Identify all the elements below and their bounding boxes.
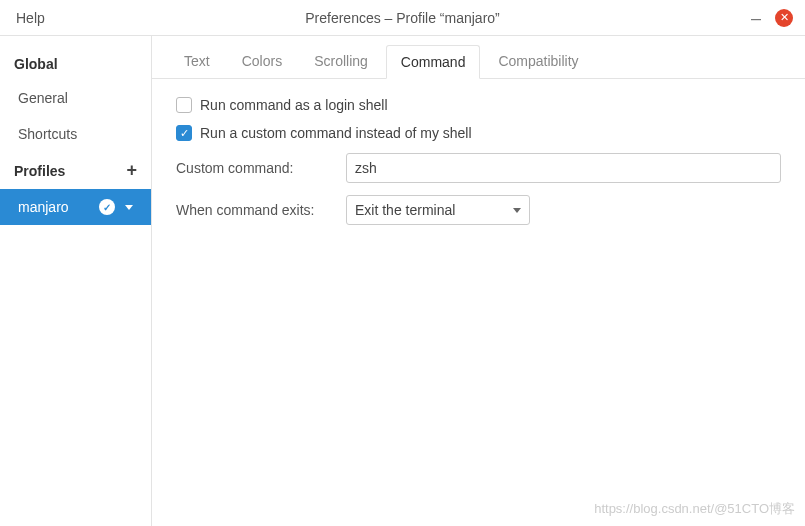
chevron-down-icon — [513, 208, 521, 213]
custom-command-row: Custom command: — [176, 153, 781, 183]
when-exits-row: When command exits: Exit the terminal — [176, 195, 781, 225]
sidebar: Global General Shortcuts Profiles + manj… — [0, 36, 152, 526]
add-profile-icon[interactable]: + — [126, 160, 137, 181]
tab-command[interactable]: Command — [386, 45, 481, 79]
custom-command-checkbox-row: ✓ Run a custom command instead of my she… — [176, 125, 781, 141]
tab-compatibility[interactable]: Compatibility — [484, 45, 592, 79]
custom-command-checkbox[interactable]: ✓ — [176, 125, 192, 141]
sidebar-item-label: manjaro — [18, 199, 69, 215]
tabs: Text Colors Scrolling Command Compatibil… — [152, 44, 805, 79]
window-controls: – ✕ — [751, 9, 805, 27]
titlebar: Help Preferences – Profile “manjaro” – ✕ — [0, 0, 805, 36]
body: Global General Shortcuts Profiles + manj… — [0, 36, 805, 526]
window-title: Preferences – Profile “manjaro” — [0, 10, 805, 26]
when-exits-select[interactable]: Exit the terminal — [346, 195, 530, 225]
custom-command-checkbox-label: Run a custom command instead of my shell — [200, 125, 472, 141]
sidebar-item-shortcuts[interactable]: Shortcuts — [0, 116, 151, 152]
close-icon[interactable]: ✕ — [775, 9, 793, 27]
sidebar-item-profile-manjaro[interactable]: manjaro ✓ — [0, 189, 151, 225]
tab-scrolling[interactable]: Scrolling — [300, 45, 382, 79]
sidebar-section-global: Global — [0, 48, 151, 80]
login-shell-checkbox[interactable] — [176, 97, 192, 113]
minimize-icon[interactable]: – — [751, 9, 761, 27]
main: Text Colors Scrolling Command Compatibil… — [152, 36, 805, 526]
sidebar-global-label: Global — [14, 56, 58, 72]
menu-help[interactable]: Help — [0, 10, 61, 26]
checkmark-icon: ✓ — [99, 199, 115, 215]
login-shell-label: Run command as a login shell — [200, 97, 388, 113]
tab-text[interactable]: Text — [170, 45, 224, 79]
when-exits-label: When command exits: — [176, 202, 346, 218]
sidebar-profiles-label: Profiles — [14, 163, 65, 179]
sidebar-item-general[interactable]: General — [0, 80, 151, 116]
custom-command-input[interactable] — [346, 153, 781, 183]
tab-colors[interactable]: Colors — [228, 45, 296, 79]
sidebar-item-label: Shortcuts — [18, 126, 77, 142]
sidebar-item-label: General — [18, 90, 68, 106]
command-panel: Run command as a login shell ✓ Run a cus… — [152, 79, 805, 255]
custom-command-label: Custom command: — [176, 160, 346, 176]
chevron-down-icon[interactable] — [125, 205, 133, 210]
login-shell-row: Run command as a login shell — [176, 97, 781, 113]
sidebar-section-profiles: Profiles + — [0, 152, 151, 189]
when-exits-value: Exit the terminal — [355, 202, 455, 218]
